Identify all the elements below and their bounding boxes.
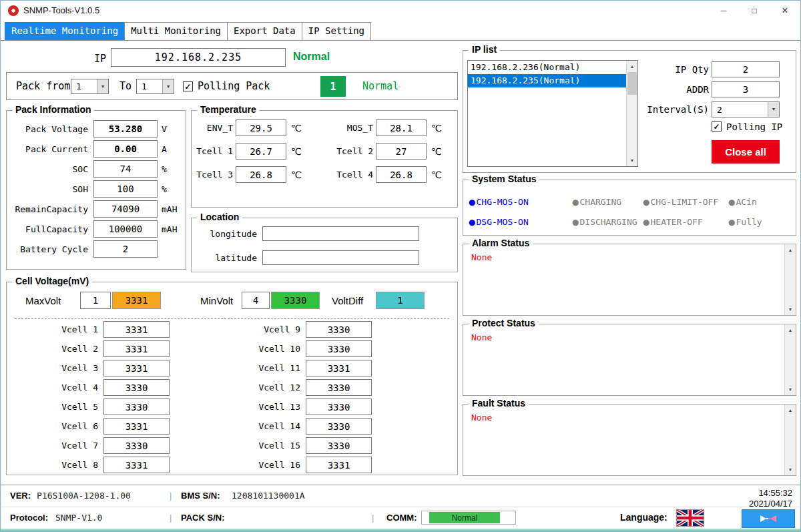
status-dot-icon: ● <box>469 198 475 207</box>
tab-export-data[interactable]: Export Data <box>227 22 302 40</box>
scroll-down-icon[interactable]: ▼ <box>785 464 796 475</box>
fault-status-group: Fault Status None ▲ ▼ <box>463 404 796 476</box>
location-row: longitude <box>192 226 457 241</box>
alarm-scrollbar[interactable]: ▲ ▼ <box>784 244 796 315</box>
alarm-status-value: None <box>471 252 492 262</box>
pack-to-dropdown[interactable]: 1 ▼ <box>136 79 174 94</box>
scroll-up-icon[interactable]: ▲ <box>785 324 796 336</box>
vcell3-value: 3331 <box>103 360 170 376</box>
indicator-label: CHG-LIMIT-OFF <box>650 197 718 207</box>
tab-multi-monitoring[interactable]: Multi Monitoring <box>124 22 228 40</box>
tcell3-value: 26.8 <box>236 166 286 183</box>
chevron-down-icon[interactable]: ▼ <box>768 102 779 117</box>
cell-voltage-row: Vcell 3 3331 <box>15 360 170 376</box>
polling-pack-checkbox[interactable]: ✓ <box>183 81 193 91</box>
pack-current-value: 0.00 <box>93 140 158 158</box>
polling-ip-checkbox[interactable]: ✓ <box>712 121 722 131</box>
polling-ip-label: Polling IP <box>726 121 782 132</box>
cell-voltage-row: Vcell 14 3330 <box>217 418 372 435</box>
ip-label: IP <box>94 53 106 65</box>
ip-list-title: IP list <box>469 44 500 55</box>
pack-from-dropdown[interactable]: 1 ▼ <box>71 79 109 94</box>
maxvolt-value: 3331 <box>112 292 161 309</box>
scroll-up-icon[interactable]: ▲ <box>785 244 796 256</box>
ver-label: VER: <box>10 491 31 501</box>
ip-list-item-selected[interactable]: 192.168.2.235(Normal) <box>468 74 626 87</box>
status-indicator-chg-mos-on: ●CHG-MOS-ON <box>469 196 572 208</box>
scroll-down-icon[interactable]: ▼ <box>785 304 796 315</box>
vcell15-label: Vcell 15 <box>217 441 300 451</box>
ip-qty-input[interactable]: 2 <box>712 61 780 77</box>
addr-input[interactable]: 3 <box>712 81 780 97</box>
cell-voltage-row: Vcell 5 3330 <box>15 398 170 415</box>
scroll-up-icon[interactable]: ▲ <box>627 61 637 72</box>
vcell3-label: Vcell 3 <box>15 363 98 373</box>
celsius-unit: ℃ <box>286 123 310 134</box>
temperature-row: ENV_T 29.5 ℃ MOS_T 28.1 ℃ <box>192 119 457 136</box>
chevron-down-icon[interactable]: ▼ <box>162 79 174 93</box>
protect-scrollbar[interactable]: ▲ ▼ <box>784 324 796 395</box>
status-dot-icon: ● <box>643 218 649 227</box>
tcell2-label: Tcell 2 <box>310 146 373 156</box>
vcell11-label: Vcell 11 <box>217 363 300 373</box>
app-icon <box>8 5 19 16</box>
ip-listbox: 192.168.2.236(Normal) 192.168.2.235(Norm… <box>467 60 638 167</box>
status-indicator-discharging: ●DISCHARGING <box>572 216 643 228</box>
indicator-label: DSG-MOS-ON <box>476 217 528 227</box>
minvolt-index: 4 <box>242 292 270 309</box>
indicator-label: DISCHARGING <box>579 217 637 227</box>
scroll-down-icon[interactable]: ▼ <box>785 384 796 395</box>
polling-pack-label: Polling Pack <box>198 80 270 92</box>
ip-list-item[interactable]: 192.168.2.236(Normal) <box>468 61 626 74</box>
vcell14-value: 3330 <box>306 418 372 435</box>
status-dot-icon: ● <box>643 198 649 207</box>
fault-scrollbar[interactable]: ▲ ▼ <box>784 405 796 475</box>
full-capacity-unit: mAH <box>162 224 177 234</box>
bottom-edge-strip <box>1 529 800 531</box>
close-icon: × <box>782 5 788 17</box>
protect-status-group: Protect Status None ▲ ▼ <box>463 324 796 396</box>
protect-status-title: Protect Status <box>469 318 539 328</box>
vcell16-label: Vcell 16 <box>217 460 300 470</box>
alarm-status-title: Alarm Status <box>469 238 533 248</box>
scrollbar-thumb[interactable] <box>627 72 637 95</box>
status-dot-icon: ● <box>572 218 579 227</box>
disconnect-button[interactable] <box>742 509 795 528</box>
pack-info-row: FullCapacity 100000 mAH <box>9 220 183 238</box>
minimize-button[interactable]: ─ <box>708 1 739 21</box>
pack-info-row: Pack Voltage 53.280 V <box>9 120 183 138</box>
vcell12-label: Vcell 12 <box>217 382 300 392</box>
comm-label: COMM: <box>386 513 417 523</box>
vcell1-label: Vcell 1 <box>15 324 98 334</box>
celsius-unit: ℃ <box>286 146 310 157</box>
cell-voltage-row: Vcell 13 3330 <box>217 398 372 415</box>
longitude-input[interactable] <box>262 226 419 241</box>
uk-flag-icon[interactable] <box>676 509 704 527</box>
cell-voltage-row: Vcell 1 3331 <box>15 321 170 338</box>
status-dot-icon: ● <box>572 198 579 207</box>
close-button[interactable]: × <box>770 1 800 21</box>
chevron-down-icon[interactable]: ▼ <box>97 79 108 93</box>
vcell7-label: Vcell 7 <box>15 441 98 451</box>
system-status-rows: ●CHG-MOS-ON ●CHARGING ●CHG-LIMIT-OFF ●AC… <box>469 196 793 228</box>
tab-ip-setting[interactable]: IP Setting <box>302 22 371 40</box>
temperature-title: Temperature <box>197 104 260 115</box>
scroll-up-icon[interactable]: ▲ <box>785 405 796 416</box>
cell-voltage-row: Vcell 8 3331 <box>15 457 170 473</box>
latitude-label: latitude <box>192 253 257 263</box>
remain-capacity-label: RemainCapacity <box>9 204 88 214</box>
tab-realtime-monitoring[interactable]: Realtime Monitoring <box>5 22 125 40</box>
vcell5-value: 3330 <box>103 398 170 415</box>
latitude-input[interactable] <box>262 250 419 265</box>
close-all-button[interactable]: Close all <box>712 140 780 164</box>
maximize-button[interactable]: □ <box>739 1 770 21</box>
pack-voltage-value: 53.280 <box>93 120 158 138</box>
indicator-label: CHARGING <box>579 197 621 207</box>
soh-unit: % <box>162 184 167 194</box>
status-indicator-chg-limit-off: ●CHG-LIMIT-OFF <box>643 196 728 208</box>
scroll-down-icon[interactable]: ▼ <box>627 155 637 166</box>
interval-dropdown[interactable]: 2 ▼ <box>712 101 780 117</box>
tcell4-label: Tcell 4 <box>310 170 373 180</box>
ip-input[interactable]: 192.168.2.235 <box>111 48 286 67</box>
voltdiff-label: VoltDiff <box>332 295 363 306</box>
